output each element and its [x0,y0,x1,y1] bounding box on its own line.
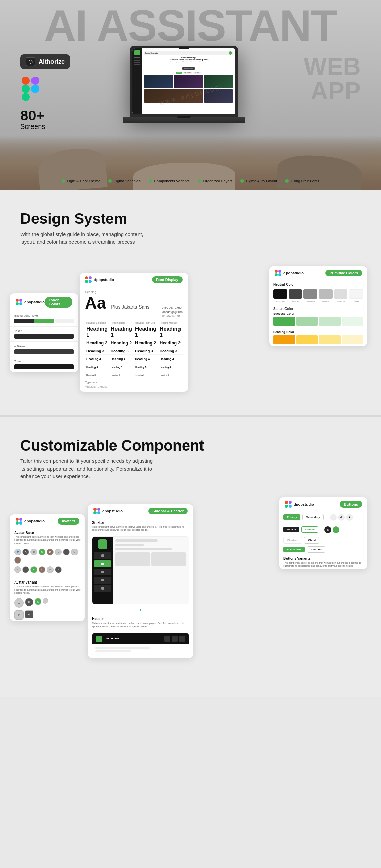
button-row-3: Disabled Ghost [279,536,367,545]
btn-variants-sub: This component serve as the one that we … [279,561,367,569]
laptop-sidebar [132,48,142,114]
design-system-panels: dpopstudio Token Colors Background Token… [20,259,361,402]
avatar: M [47,566,54,573]
icon-btn[interactable]: ✦ [346,514,353,521]
screens-info: 80+ Screens [20,108,70,131]
panel-header: dpopstudio Sidebar & Header [88,504,193,518]
button-row-2: Default Outline ⊕ ✓ [279,524,367,536]
icon-btn[interactable]: ✓ [333,526,339,533]
table-row: Heading 5 Heading 5 Heading 5 Heading 5 [85,362,183,370]
color-chip [273,289,287,299]
outline-btn[interactable]: Outline [301,526,318,533]
icon-text-btn-2[interactable]: ↓ Export [307,546,325,553]
neutral-label: Neutral Color [269,280,367,288]
avatar: 👤 [14,549,21,555]
avatar: H [14,557,21,564]
avatar: F [25,610,33,618]
icon-text-btn[interactable]: + Add New [283,547,305,552]
font-display-panel: dpopstudio Font Display Heading Aa Plus … [80,273,188,392]
disabled-btn[interactable]: Disabled [283,537,302,544]
screens-count: 80+ [20,108,70,123]
color-chip [289,289,302,299]
avatar: L [39,566,45,573]
web-app-text: WEB APP [304,54,361,103]
badge-auto-layout: Figma Auto Layout [240,179,277,183]
avatar-base-row: 👤 A B C D E F G H [10,547,85,565]
panel-logo-text: dpopstudio [94,278,114,282]
secondary-btn[interactable]: Secondary [302,514,324,520]
aithorize-logo: ⬡ Aithorize [20,54,70,69]
status-label: Status Color [269,304,367,312]
table-row: Heading 4 Heading 4 Heading 4 Heading 4 [85,354,183,362]
table-row: Heading 6 Heading 6 Heading 6 Heading 6 [85,370,183,378]
svg-rect-3 [31,85,39,93]
font-chars: ABCDEFGHIJabcdefghijklmn0123456789! [162,305,183,318]
customizable-title: Customizable Component [20,437,361,454]
header-desc: This component serve as the one that we … [88,622,193,630]
header-actions [164,636,185,642]
badge-dot [62,179,65,183]
token-item: Token [10,327,78,342]
sidebar-header-panel: dpopstudio Sidebar & Header Sidebar This… [88,504,193,658]
panel-header: dpopstudio Token Colors [10,293,78,311]
ghost-btn[interactable]: Ghost [304,537,319,544]
badge-dot [108,179,112,183]
panel-logo: dpopstudio [275,270,304,276]
svg-rect-2 [22,85,30,93]
avatar: F [63,549,70,555]
icon-btn[interactable]: ⋮ [330,514,337,521]
nav-item [94,560,111,567]
avatar: D [43,598,48,604]
badge-dot [198,179,201,183]
token-item: Token [10,357,78,372]
header-bar: Dashboard [92,633,189,644]
avatar: D [47,549,54,555]
sidebar-label: Sidebar [88,518,193,525]
figma-icon [22,77,39,101]
btn-variants-label: Buttons Variants [279,554,367,561]
token-item: Background Token [10,311,78,327]
laptop-ui: Image Generator Good Morning! Transform … [132,48,235,114]
color-chip [303,289,317,299]
nav-item [94,585,111,592]
avatar-row-2: I J K L M N [10,565,85,574]
avatar-variant-desc: This component serve as the one that we … [10,585,85,597]
design-system-section: Design System With the global style guid… [0,190,381,415]
app-label: APP [304,79,361,103]
avatar-base-desc: This component serve as the one that we … [10,535,85,547]
color-chip [334,289,348,299]
panel-logo: dpopstudio [285,501,314,508]
avatar-variant-row-2: E F [10,609,85,621]
font-aa: Aa [85,295,106,311]
nav-item [94,552,111,559]
panel-logo: dpopstudio [16,518,45,525]
table-row: Heading 2 Heading 2 Heading 2 Heading 2 [85,339,183,347]
badge-components: Components Variants [149,179,190,183]
panel-header: dpopstudio Primitive Colors [269,266,367,280]
panel-header: dpopstudio Font Display [80,273,188,287]
token-colors-badge: Token Colors [45,297,72,308]
laptop-mockup: Image Generator Good Morning! Transform … [130,32,252,110]
icon-btn[interactable]: ⊕ [324,526,331,533]
neutral-color-row [269,288,367,300]
pagination-dots: • [88,607,193,613]
customizable-subtitle: Tailor this component to fit your specif… [20,457,156,480]
avatar: B [25,598,33,606]
token-colors-panel: dpopstudio Token Colors Background Token… [10,293,78,372]
avatar: A [22,549,29,555]
laptop-notch [177,116,191,118]
table-row: Heading 1 Heading 1 Heading 1 Heading 1 [85,325,183,339]
avatars-badge: Avatars [58,518,79,525]
icon-btn[interactable]: ⊕ [338,514,345,521]
header-logo [96,636,102,642]
primary-btn[interactable]: Primary [283,514,300,520]
buttons-panel: dpopstudio Buttons Primary Secondary ⋮ ⊕… [279,497,367,569]
panel-logo: dpopstudio [85,276,114,283]
sidebar-desc: This component serve as the one that we … [88,525,193,534]
sidebar-badge: Sidebar & Header [148,508,188,514]
color-chip [319,289,333,299]
nav-item [94,569,111,575]
avatar: C [35,598,41,605]
dark-btn[interactable]: Default [283,527,299,532]
font-display-badge: Font Display [152,276,183,283]
